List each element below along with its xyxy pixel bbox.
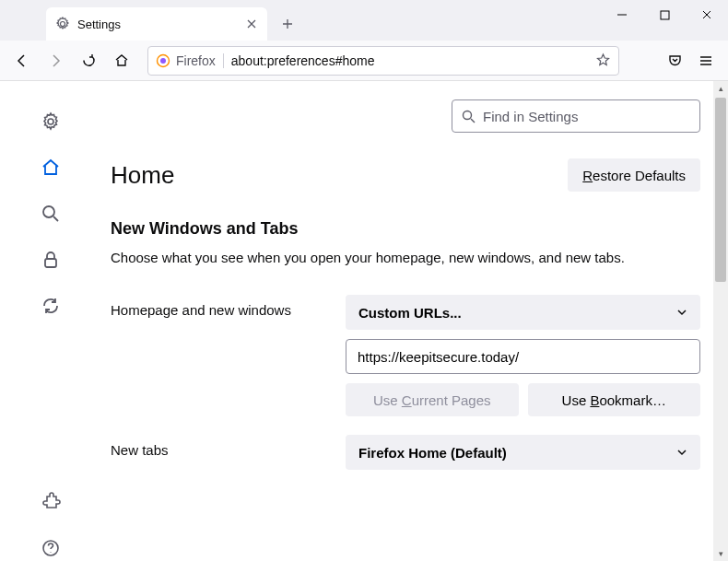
page-heading: Home [111,161,174,190]
dropdown-value: Firefox Home (Default) [358,445,507,461]
svg-rect-0 [661,11,669,19]
section-heading: New Windows and Tabs [111,219,700,239]
bookmark-star-icon[interactable] [595,53,611,68]
back-button[interactable] [7,46,37,76]
sidebar-help-icon[interactable] [38,535,64,561]
svg-point-6 [464,111,472,119]
settings-search-input[interactable]: Find in Settings [452,99,700,133]
window-controls [601,0,728,29]
sidebar-privacy-icon[interactable] [38,247,64,273]
scrollbar-thumb[interactable] [715,98,726,282]
toolbar: Firefox about:preferences#home [0,41,728,81]
svg-point-3 [43,206,54,217]
maximize-button[interactable] [643,0,686,29]
use-bookmark-button[interactable]: Use Bookmark… [528,383,701,416]
content: Find in Settings Home Restore Defaults N… [0,81,728,561]
titlebar: Settings [0,0,728,41]
reload-button[interactable] [74,46,103,76]
new-tab-button[interactable] [275,11,300,37]
url-text: about:preferences#home [231,53,375,68]
scroll-up-icon[interactable]: ▴ [713,81,728,96]
close-window-button[interactable] [686,0,728,29]
home-button[interactable] [107,46,136,76]
sidebar-home-icon[interactable] [38,155,64,181]
homepage-mode-dropdown[interactable]: Custom URLs... [346,295,700,330]
chevron-down-icon [676,447,687,458]
gear-icon [55,17,70,31]
chevron-down-icon [676,307,687,318]
forward-button [41,46,70,76]
url-prefix: Firefox [176,53,216,68]
sidebar-search-icon[interactable] [38,201,64,227]
identity-box[interactable]: Firefox [156,53,224,68]
tab-title: Settings [77,18,121,31]
close-icon[interactable] [245,18,258,30]
use-current-pages-button: Use Current Pages [346,383,519,416]
sidebar-extensions-icon[interactable] [38,489,64,515]
sidebar-general-icon[interactable] [38,109,64,134]
url-bar[interactable]: Firefox about:preferences#home [147,46,619,76]
homepage-label: Homepage and new windows [111,295,346,318]
homepage-url-input[interactable] [346,339,700,374]
browser-tab[interactable]: Settings [46,7,267,41]
scrollbar[interactable]: ▴ ▾ [713,81,728,561]
svg-point-2 [160,58,166,64]
restore-defaults-button[interactable]: Restore Defaults [568,158,700,192]
search-placeholder: Find in Settings [483,109,578,124]
section-description: Choose what you see when you open your h… [111,250,700,265]
pocket-button[interactable] [660,46,689,76]
menu-button[interactable] [691,46,721,76]
minimize-button[interactable] [601,0,643,29]
newtabs-dropdown[interactable]: Firefox Home (Default) [346,435,700,470]
svg-rect-4 [45,259,56,267]
sidebar-sync-icon[interactable] [38,293,64,319]
main-pane: Find in Settings Home Restore Defaults N… [101,81,728,561]
scroll-down-icon[interactable]: ▾ [713,546,728,561]
sidebar [0,81,101,561]
dropdown-value: Custom URLs... [358,305,462,321]
newtabs-label: New tabs [111,435,346,458]
